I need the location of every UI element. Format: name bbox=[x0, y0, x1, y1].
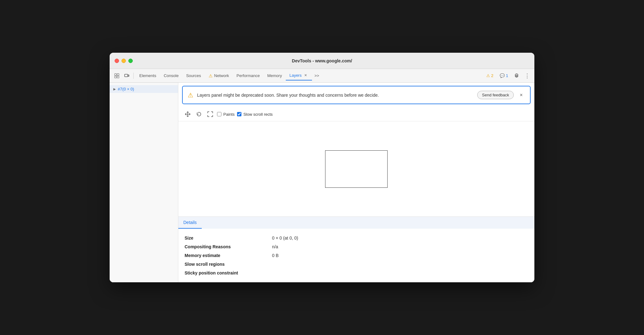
tab-performance[interactable]: Performance bbox=[233, 71, 263, 80]
canvas-area bbox=[178, 121, 534, 217]
svg-rect-0 bbox=[115, 74, 116, 75]
info-icon: 💬 bbox=[500, 73, 505, 78]
tab-sources[interactable]: Sources bbox=[182, 71, 205, 80]
settings-icon[interactable] bbox=[512, 71, 521, 80]
close-button[interactable] bbox=[115, 59, 119, 63]
tab-console[interactable]: Console bbox=[160, 71, 182, 80]
window-title: DevTools - www.google.com/ bbox=[292, 58, 352, 63]
layer-rectangle bbox=[325, 150, 388, 188]
tab-layers[interactable]: Layers ✕ bbox=[286, 71, 312, 80]
device-toggle-icon[interactable] bbox=[122, 71, 131, 80]
title-bar: DevTools - www.google.com/ bbox=[110, 53, 534, 69]
more-options-icon[interactable]: ⋮ bbox=[523, 71, 532, 80]
expand-arrow-icon: ▶ bbox=[113, 87, 116, 91]
fit-tool-button[interactable] bbox=[206, 110, 215, 119]
tab-elements[interactable]: Elements bbox=[136, 71, 160, 80]
inspector-icon[interactable] bbox=[112, 71, 121, 80]
slow-scroll-checkbox[interactable] bbox=[237, 112, 241, 116]
warning-icon: ⚠ bbox=[486, 73, 490, 78]
send-feedback-button[interactable]: Send feedback bbox=[477, 91, 514, 99]
devtools-window: DevTools - www.google.com/ Elements Cons bbox=[110, 53, 534, 282]
banner-message: Layers panel might be deprecated soon. S… bbox=[197, 93, 473, 98]
svg-rect-2 bbox=[115, 76, 116, 78]
warning-count-button[interactable]: ⚠ 2 bbox=[484, 72, 496, 79]
toolbar-right: ⚠ 2 💬 1 ⋮ bbox=[484, 71, 532, 80]
detail-row-compositing: Compositing Reasons n/a bbox=[185, 242, 528, 251]
tab-list: Elements Console Sources ⚠ Network Perfo… bbox=[136, 71, 483, 80]
slow-scroll-checkbox-label[interactable]: Slow scroll rects bbox=[237, 112, 273, 117]
minimize-button[interactable] bbox=[121, 59, 126, 63]
detail-row-slow-scroll: Slow scroll regions bbox=[185, 260, 528, 269]
toolbar-divider bbox=[133, 73, 134, 79]
traffic-lights bbox=[115, 59, 133, 63]
info-count-button[interactable]: 💬 1 bbox=[497, 72, 511, 79]
right-panel: ⚠ Layers panel might be deprecated soon.… bbox=[178, 83, 534, 282]
main-content: ▶ #7(0 × 0) ⚠ Layers panel might be depr… bbox=[110, 83, 534, 282]
paints-checkbox[interactable] bbox=[217, 112, 221, 116]
pan-tool-button[interactable] bbox=[183, 110, 192, 119]
detail-row-size: Size 0 × 0 (at 0, 0) bbox=[185, 234, 528, 242]
canvas-toolbar: Paints Slow scroll rects bbox=[178, 107, 534, 121]
detail-row-memory: Memory estimate 0 B bbox=[185, 251, 528, 260]
tab-layers-close[interactable]: ✕ bbox=[303, 73, 308, 78]
details-tab[interactable]: Details bbox=[178, 217, 202, 229]
devtools-toolbar: Elements Console Sources ⚠ Network Perfo… bbox=[110, 69, 534, 83]
network-warning-icon: ⚠ bbox=[209, 73, 213, 78]
maximize-button[interactable] bbox=[128, 59, 133, 63]
details-section: Details bbox=[178, 217, 534, 229]
svg-rect-4 bbox=[125, 74, 128, 77]
paints-checkbox-label[interactable]: Paints bbox=[217, 112, 235, 117]
tab-memory[interactable]: Memory bbox=[264, 71, 286, 80]
banner-warning-icon: ⚠ bbox=[188, 91, 193, 99]
details-content: Size 0 × 0 (at 0, 0) Compositing Reasons… bbox=[178, 229, 534, 282]
svg-rect-5 bbox=[128, 75, 129, 76]
rotate-tool-button[interactable] bbox=[195, 110, 203, 119]
banner-close-button[interactable]: × bbox=[518, 91, 525, 99]
svg-rect-3 bbox=[117, 76, 119, 78]
svg-rect-1 bbox=[117, 74, 119, 75]
sidebar: ▶ #7(0 × 0) bbox=[110, 83, 178, 282]
sidebar-item-layer1[interactable]: ▶ #7(0 × 0) bbox=[110, 85, 178, 93]
warning-banner: ⚠ Layers panel might be deprecated soon.… bbox=[182, 86, 531, 104]
more-tabs-button[interactable]: >> bbox=[312, 72, 322, 79]
detail-row-sticky: Sticky position constraint bbox=[185, 269, 528, 277]
tab-network[interactable]: ⚠ Network bbox=[205, 71, 233, 80]
